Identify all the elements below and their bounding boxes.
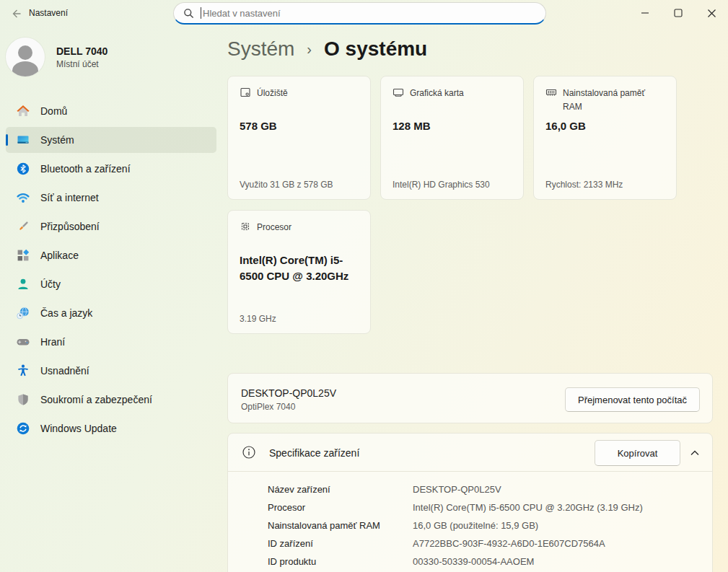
graphics-card: Grafická karta 128 MB Intel(R) HD Graphi…	[380, 76, 524, 200]
sidebar-item-time-language[interactable]: Čas a jazyk	[6, 300, 216, 326]
breadcrumb-parent[interactable]: Systém	[227, 38, 294, 61]
spec-value: 00330-50339-00054-AAOEM	[413, 556, 534, 567]
window-controls	[628, 0, 728, 26]
ram-icon	[545, 87, 557, 98]
storage-card: Úložiště 578 GB Využito 31 GB z 578 GB	[227, 76, 371, 200]
sidebar-item-label: Přizpůsobení	[40, 221, 100, 232]
copy-button[interactable]: Kopírovat	[595, 440, 680, 466]
device-name-panel: DESKTOP-QP0L25V OptiPlex 7040 Přejmenova…	[227, 373, 713, 423]
sidebar-item-network[interactable]: Síť a internet	[6, 185, 216, 211]
sidebar-item-label: Bluetooth a zařízení	[40, 163, 131, 175]
card-title: Úložiště	[257, 87, 288, 100]
sidebar-item-windows-update[interactable]: Windows Update	[6, 415, 216, 441]
sidebar-item-label: Soukromí a zabezpečení	[40, 394, 152, 405]
sidebar-item-label: Aplikace	[40, 250, 79, 261]
search-icon	[183, 8, 194, 19]
sidebar-item-gaming[interactable]: Hraní	[6, 329, 216, 355]
settings-window: Nastavení DELL 7040 Místní účet	[0, 0, 728, 572]
account-chip[interactable]: DELL 7040 Místní účet	[6, 36, 215, 78]
spec-label: Nainstalovaná paměť RAM	[268, 520, 413, 531]
sidebar-item-home[interactable]: Domů	[6, 98, 216, 124]
accessibility-icon	[16, 364, 30, 378]
card-footer: 3.19 GHz	[240, 314, 361, 324]
card-value: Intel(R) Core(TM) i5-6500 CPU @ 3.20GHz	[240, 252, 359, 284]
sidebar-nav: Domů Systém Bluetooth a zařízení Síť a i…	[6, 98, 216, 444]
device-model: OptiPlex 7040	[241, 402, 295, 412]
system-icon	[16, 133, 30, 147]
table-row: Název zařízení DESKTOP-QP0L25V	[268, 480, 698, 498]
maximize-button[interactable]	[662, 0, 695, 26]
accounts-icon	[16, 277, 30, 291]
cpu-icon	[240, 221, 251, 232]
text-caret	[201, 7, 201, 19]
sidebar-item-label: Hraní	[40, 336, 65, 348]
account-type: Místní účet	[56, 59, 108, 69]
breadcrumb: Systém › O systému	[227, 38, 427, 61]
privacy-icon	[16, 392, 30, 407]
sidebar-item-system[interactable]: Systém	[6, 127, 216, 153]
card-value: 578 GB	[240, 118, 359, 134]
card-title: Grafická karta	[410, 87, 464, 100]
rename-pc-button[interactable]: Přejmenovat tento počítač	[565, 387, 700, 412]
gaming-icon	[16, 335, 30, 349]
device-name: DESKTOP-QP0L25V	[241, 387, 336, 399]
spec-value: Intel(R) Core(TM) i5-6500 CPU @ 3.20GHz …	[413, 502, 643, 513]
card-footer: Využito 31 GB z 578 GB	[240, 180, 361, 190]
storage-icon	[240, 87, 251, 98]
table-row: Nainstalovaná paměť RAM 16,0 GB (použite…	[268, 516, 698, 534]
card-title: Nainstalovaná paměť RAM	[563, 87, 665, 113]
bluetooth-icon	[16, 162, 30, 176]
spec-value: DESKTOP-QP0L25V	[413, 484, 501, 495]
search-box[interactable]	[173, 2, 546, 25]
personalization-icon	[16, 219, 30, 234]
collapse-expander-button[interactable]	[688, 446, 701, 459]
card-footer: Rychlost: 2133 MHz	[545, 180, 667, 190]
minimize-icon	[641, 9, 649, 17]
spec-label: ID produktu	[268, 556, 413, 567]
time-language-icon	[16, 306, 30, 320]
sidebar-item-privacy[interactable]: Soukromí a zabezpečení	[6, 387, 216, 413]
spec-label: Procesor	[268, 502, 413, 513]
back-button[interactable]	[7, 6, 25, 21]
app-title: Nastavení	[29, 8, 68, 18]
search-input[interactable]	[203, 8, 545, 19]
gpu-icon	[392, 87, 404, 98]
table-row: ID produktu 00330-50339-00054-AAOEM	[268, 553, 698, 571]
card-title: Procesor	[257, 221, 291, 234]
chevron-up-icon	[690, 449, 700, 457]
close-button[interactable]	[695, 0, 728, 26]
card-value: 128 MB	[392, 118, 512, 134]
sidebar-item-label: Usnadnění	[40, 365, 89, 377]
divider	[228, 471, 712, 472]
sidebar-item-label: Síť a internet	[40, 192, 99, 203]
sidebar-item-label: Systém	[40, 134, 74, 146]
device-spec-panel: Specifikace zařízení Kopírovat Název zař…	[227, 433, 713, 572]
processor-card: Procesor Intel(R) Core(TM) i5-6500 CPU @…	[227, 210, 371, 334]
page-title: O systému	[324, 38, 427, 61]
maximize-icon	[674, 9, 683, 17]
sidebar-item-accessibility[interactable]: Usnadnění	[6, 358, 216, 384]
sidebar-item-label: Účty	[40, 278, 61, 290]
minimize-button[interactable]	[628, 0, 662, 26]
spec-label: Název zařízení	[268, 484, 413, 495]
sidebar-item-label: Windows Update	[40, 423, 117, 434]
chevron-right-icon: ›	[307, 41, 312, 58]
spec-value: 16,0 GB (použitelné: 15,9 GB)	[413, 520, 538, 531]
table-row: Procesor Intel(R) Core(TM) i5-6500 CPU @…	[268, 498, 698, 516]
card-value: 16,0 GB	[545, 118, 665, 134]
sidebar-item-personalization[interactable]: Přizpůsobení	[6, 214, 216, 239]
windows-update-icon	[16, 421, 30, 436]
table-row: ID zařízení A7722BBC-903F-4932-A6D0-1E60…	[268, 534, 698, 553]
card-footer: Intel(R) HD Graphics 530	[392, 180, 514, 190]
network-icon	[16, 190, 30, 205]
sidebar-item-bluetooth[interactable]: Bluetooth a zařízení	[6, 156, 216, 182]
spec-value: A7722BBC-903F-4932-A6D0-1E607CD7564A	[413, 538, 605, 549]
back-arrow-icon	[10, 8, 22, 19]
spec-section-title: Specifikace zařízení	[269, 447, 359, 459]
avatar	[6, 38, 45, 76]
spec-label: ID zařízení	[268, 538, 413, 549]
account-name: DELL 7040	[56, 45, 108, 57]
sidebar-item-apps[interactable]: Aplikace	[6, 242, 216, 268]
sidebar-item-accounts[interactable]: Účty	[6, 271, 216, 297]
sidebar-item-label: Čas a jazyk	[40, 307, 92, 319]
